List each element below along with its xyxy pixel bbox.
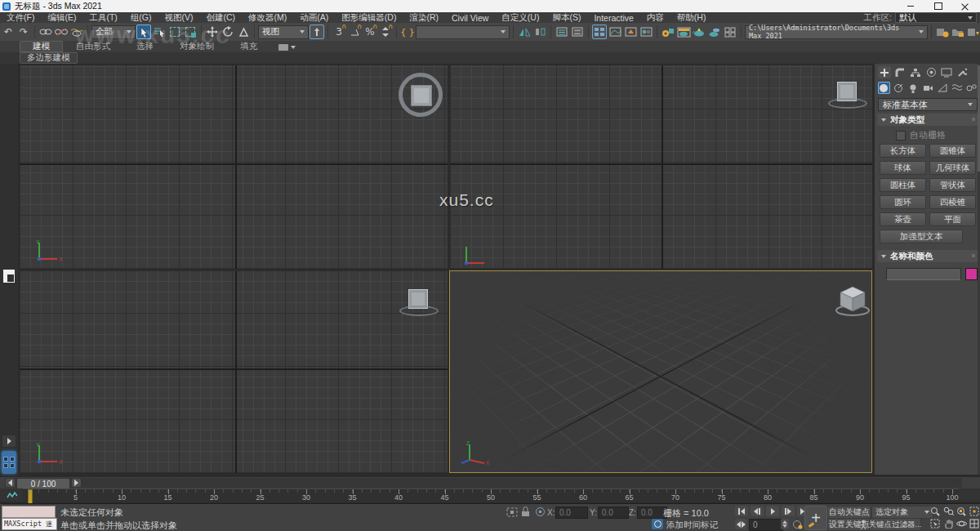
menu-item[interactable]: 自定义(U)	[495, 12, 546, 24]
select-and-rotate-icon[interactable]	[220, 25, 235, 39]
ribbon-tab-填充[interactable]: 填充	[227, 41, 270, 52]
menu-item[interactable]: 创建(C)	[200, 12, 243, 24]
autogrid-checkbox[interactable]	[896, 131, 906, 141]
menu-item[interactable]: 工具(T)	[82, 12, 123, 24]
pan-hand-icon[interactable]	[942, 518, 954, 529]
viewport-layout-grid-button[interactable]	[2, 451, 16, 474]
percent-snap-icon[interactable]: %∩	[363, 25, 377, 39]
menu-item[interactable]: 文件(F)	[0, 12, 41, 24]
y-coordinate-field[interactable]: 0.0	[598, 506, 629, 519]
zoom-extents-all-icon[interactable]	[969, 506, 980, 517]
viewport-layout-tab-icon[interactable]	[3, 270, 15, 283]
geometry-category-icon[interactable]	[878, 82, 890, 94]
workspace-dropdown[interactable]: 默认	[895, 12, 977, 23]
mirror-icon[interactable]	[517, 25, 532, 39]
close-button[interactable]	[954, 1, 975, 11]
menu-item[interactable]: 帮助(H)	[670, 12, 713, 24]
menu-item[interactable]: 渲染(R)	[403, 12, 445, 24]
undo-icon[interactable]: ↶	[1, 25, 16, 39]
menu-item[interactable]: 组(G)	[124, 12, 158, 24]
previous-frame-button[interactable]	[751, 506, 764, 516]
select-and-link-icon[interactable]	[38, 25, 53, 39]
color-swatch[interactable]	[965, 268, 978, 280]
primitive-button[interactable]: 加强型文本	[880, 230, 963, 243]
add-time-tag-label[interactable]: 添加时间标记	[666, 520, 718, 531]
primitive-button[interactable]: 圆柱体	[880, 178, 926, 192]
ribbon-tab-建模[interactable]: 建模	[20, 41, 63, 52]
current-frame-field[interactable]: 0	[749, 519, 783, 531]
minimize-button[interactable]	[900, 1, 921, 11]
frame-forward-arrow[interactable]	[72, 479, 81, 487]
zoom-extents-icon[interactable]	[956, 506, 967, 517]
absolute-mode-icon[interactable]	[535, 506, 546, 517]
edit-named-selections-icon[interactable]: { }	[400, 25, 415, 39]
primitive-button[interactable]: 圆锥体	[929, 144, 976, 158]
schematic-view-icon[interactable]	[623, 25, 638, 39]
primitive-button[interactable]: 管状体	[929, 178, 976, 192]
selection-set-dropdown[interactable]: 选定对象	[871, 506, 933, 519]
named-selection-dropdown[interactable]	[416, 25, 510, 39]
render-in-cloud-icon[interactable]	[707, 25, 722, 39]
systems-category-icon[interactable]	[965, 82, 978, 94]
unlink-selection-icon[interactable]	[54, 25, 69, 39]
zoom-all-icon[interactable]	[942, 506, 954, 517]
display-tab-icon[interactable]	[940, 66, 953, 78]
lights-category-icon[interactable]	[907, 82, 920, 94]
modify-tab-icon[interactable]	[893, 66, 906, 78]
selection-lock-icon[interactable]	[521, 506, 530, 517]
primitive-button[interactable]: 四棱锥	[929, 195, 976, 209]
track-bar-ruler[interactable]: 5101520253035404550556065707580859095100	[23, 489, 959, 502]
viewport-bottom-left[interactable]: YX	[20, 271, 448, 473]
strip-flyout-icon[interactable]	[2, 435, 16, 447]
menu-item[interactable]: 图形编辑器(D)	[335, 12, 403, 24]
viewport-perspective-active[interactable]: ZX	[449, 270, 872, 473]
material-editor-icon[interactable]	[639, 25, 653, 39]
viewcube-top-icon[interactable]	[399, 73, 443, 117]
reference-coordinate-dropdown[interactable]: 视图	[258, 25, 309, 39]
mini-curve-editor-icon[interactable]	[5, 490, 20, 500]
motion-tab-icon[interactable]	[924, 66, 938, 78]
space-warps-category-icon[interactable]	[951, 82, 963, 94]
ribbon-tab-自由形式[interactable]: 自由形式	[63, 41, 123, 52]
maximize-viewport-toggle-icon[interactable]	[969, 518, 980, 529]
frame-spinner[interactable]	[781, 519, 789, 529]
isolate-selection-icon[interactable]	[506, 507, 519, 517]
menu-item[interactable]: 编辑(E)	[41, 12, 82, 24]
render-flyout-icon[interactable]	[723, 25, 737, 39]
ribbon-tab-选择[interactable]: 选择	[123, 41, 167, 52]
select-object-icon[interactable]	[136, 25, 151, 39]
selection-filter-dropdown[interactable]: 全部	[91, 25, 136, 39]
go-to-start-button[interactable]	[735, 506, 748, 516]
project-folder-dropdown[interactable]: C:\Users\Administrator\Documents\3ds Max…	[745, 25, 928, 39]
name-color-rollout-header[interactable]: 名称和颜色	[877, 250, 978, 262]
menu-item[interactable]: 视图(V)	[158, 12, 200, 24]
orbit-icon[interactable]	[956, 518, 967, 529]
zoom-region-icon[interactable]	[929, 518, 941, 529]
helpers-category-icon[interactable]	[936, 82, 948, 94]
set-keys-button[interactable]: +	[804, 506, 827, 530]
toggle-scene-explorer-icon[interactable]	[592, 25, 607, 39]
layer-list-icon[interactable]	[570, 25, 585, 39]
asset-tracking-icon[interactable]	[935, 25, 950, 39]
bind-to-space-warp-icon[interactable]	[69, 25, 84, 39]
key-mode-toggle[interactable]	[735, 519, 746, 529]
time-configuration-icon[interactable]	[792, 520, 803, 529]
viewcube-3d-icon[interactable]	[834, 283, 871, 318]
primitive-button[interactable]: 几何球体	[929, 161, 976, 175]
primitive-button[interactable]: 球体	[880, 161, 926, 175]
viewport-top-left[interactable]: YX	[20, 65, 448, 269]
ribbon-tab-对象绘制[interactable]: 对象绘制	[167, 41, 227, 52]
curve-editor-icon[interactable]	[608, 25, 622, 39]
object-type-rollout-header[interactable]: 对象类型	[877, 114, 978, 126]
menu-item[interactable]: 内容	[640, 12, 670, 24]
snap-toggle-3d-icon[interactable]: 3∩	[332, 25, 346, 39]
hierarchy-tab-icon[interactable]	[909, 66, 922, 78]
next-frame-button[interactable]	[782, 506, 795, 516]
shapes-category-icon[interactable]	[893, 82, 905, 94]
viewport-top-right[interactable]	[450, 65, 872, 269]
create-tab-icon[interactable]	[878, 66, 891, 78]
select-and-move-icon[interactable]	[205, 25, 220, 39]
time-slider-handle[interactable]: 0 / 100	[16, 478, 70, 489]
cameras-category-icon[interactable]	[922, 82, 934, 94]
primitive-category-dropdown[interactable]: 标准基本体	[878, 98, 978, 111]
